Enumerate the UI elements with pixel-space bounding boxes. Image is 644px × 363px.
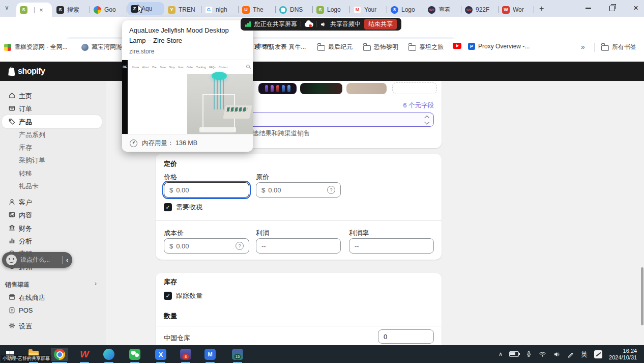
sidebar-item-customers[interactable]: 客户 bbox=[0, 196, 106, 209]
input-language-indicator[interactable]: 英 bbox=[581, 350, 588, 359]
tax-checkbox-row[interactable]: 需要收税 bbox=[164, 203, 202, 212]
wps-taskbar-button[interactable]: W bbox=[76, 348, 93, 361]
tray-expand-chevron-icon[interactable]: ∧ bbox=[499, 351, 503, 357]
sidebar-item-purchase-orders[interactable]: 采购订单 bbox=[0, 154, 106, 166]
media-thumbnail[interactable] bbox=[258, 83, 297, 94]
sidebar-item-analytics[interactable]: 分析 bbox=[0, 235, 106, 247]
collapse-widget-chevron-icon[interactable]: ‹ bbox=[66, 257, 68, 264]
tab-11[interactable]: 查看 bbox=[424, 3, 461, 17]
sidebar-item-settings[interactable]: 设置 bbox=[0, 320, 106, 332]
help-icon[interactable]: ? bbox=[236, 242, 244, 250]
volume-icon[interactable] bbox=[553, 351, 561, 358]
signal-bars-icon bbox=[245, 21, 251, 27]
tray-app-icon[interactable] bbox=[594, 350, 602, 358]
bookmark-item[interactable]: P Proxy Overview -... bbox=[468, 43, 530, 50]
tab-7[interactable]: DNS bbox=[276, 3, 313, 17]
site-preview-image: RE Home About Zire Store Shop Now Order … bbox=[122, 60, 253, 134]
tab-1[interactable]: 搜索 bbox=[53, 3, 90, 17]
checkbox-checked-icon[interactable] bbox=[164, 203, 172, 211]
shopify-logo[interactable]: shopify bbox=[7, 66, 45, 76]
chrome-taskbar-button[interactable] bbox=[51, 348, 68, 361]
meeting2-app-button[interactable]: 15 bbox=[229, 348, 246, 361]
bookmark-label: 雪糕资源网 - 全网... bbox=[14, 43, 68, 51]
sidebar-item-gift-cards[interactable]: 礼品卡 bbox=[0, 180, 106, 192]
tab-search-chevron-icon[interactable]: ∨ bbox=[5, 4, 9, 11]
folder-icon bbox=[601, 45, 609, 51]
bookmark-folder[interactable]: 最后纪元 bbox=[317, 43, 353, 51]
sidebar-item-online-store[interactable]: 在线商店 bbox=[0, 291, 106, 304]
sidebar-label: 在线商店 bbox=[19, 293, 45, 302]
tab-5[interactable]: nigh bbox=[201, 3, 239, 17]
microphone-icon[interactable] bbox=[525, 350, 532, 358]
quantity-input[interactable]: 0 bbox=[378, 329, 434, 344]
sidebar-item-finances[interactable]: 财务 bbox=[0, 222, 106, 235]
bookmark-label: Proxy Overview -... bbox=[478, 43, 530, 50]
taskbar-clock[interactable]: 16:24 2024/10/31 bbox=[609, 348, 637, 361]
sidebar-item-collections[interactable]: 产品系列 bbox=[0, 128, 106, 141]
tab-2[interactable]: Goo bbox=[90, 3, 127, 17]
meeting-icon: 8 bbox=[180, 349, 191, 360]
sidebar-item-content[interactable]: 内容 bbox=[0, 209, 106, 221]
sidebar-item-pos[interactable]: POS bbox=[0, 304, 106, 317]
wechat-taskbar-button[interactable] bbox=[126, 348, 143, 361]
bookmark-item[interactable]: 藏宝湾网游 bbox=[81, 43, 122, 51]
bookmarks-overflow-chevron[interactable]: » bbox=[581, 43, 585, 51]
bookmark-item[interactable] bbox=[453, 43, 461, 49]
price-input[interactable]: $ 0.00 bbox=[164, 182, 249, 198]
cloud-app-icon bbox=[305, 21, 312, 27]
chat-input[interactable]: 说点什么... bbox=[20, 256, 58, 264]
sidebar-item-home[interactable]: 主页 bbox=[0, 90, 106, 102]
page-scrollbar[interactable] bbox=[641, 267, 643, 325]
badge-count: 8 bbox=[183, 354, 189, 359]
metafields-link[interactable]: 6 个元字段 bbox=[403, 101, 434, 110]
assistant-chat-widget[interactable]: 说点什么... ‹ bbox=[2, 252, 72, 268]
voov-icon: M bbox=[204, 349, 216, 360]
profit-input[interactable]: -- bbox=[256, 238, 341, 254]
add-media-dropzone[interactable] bbox=[392, 82, 437, 94]
bookmark-item[interactable]: 雪糕资源网 - 全网... bbox=[4, 43, 68, 51]
wechat-icon bbox=[129, 349, 140, 360]
all-bookmarks-folder[interactable]: 所有书签 bbox=[601, 43, 636, 51]
bookmark-folder[interactable]: 泰坦之旅 bbox=[408, 43, 444, 51]
battery-icon[interactable] bbox=[509, 351, 519, 357]
channels-chevron-icon[interactable]: › bbox=[95, 280, 97, 287]
track-quantity-row[interactable]: 跟踪数量 bbox=[164, 291, 202, 300]
tab-9[interactable]: Your bbox=[350, 3, 387, 17]
tab-4[interactable]: TREN bbox=[164, 3, 201, 17]
sidebar-label: 转移 bbox=[19, 169, 32, 178]
sidebar-item-orders[interactable]: 订单 bbox=[0, 102, 106, 115]
media-thumbnail[interactable] bbox=[300, 83, 342, 94]
tab-10[interactable]: Logo bbox=[387, 3, 424, 17]
tab-close-icon[interactable]: × bbox=[39, 6, 43, 14]
voov-taskbar-button[interactable]: M bbox=[201, 348, 219, 361]
minimize-button[interactable] bbox=[580, 2, 596, 14]
bookmark-folder[interactable]: 恐怖黎明 bbox=[363, 43, 398, 51]
pen-icon[interactable] bbox=[567, 351, 574, 358]
tab-6[interactable]: The bbox=[239, 3, 276, 17]
tab-13[interactable]: Wor bbox=[499, 3, 534, 17]
tab-active[interactable]: | × bbox=[16, 3, 52, 17]
xunlei-taskbar-button[interactable]: X bbox=[152, 348, 169, 361]
help-icon[interactable]: ? bbox=[327, 186, 335, 194]
wifi-icon[interactable] bbox=[539, 351, 546, 357]
meeting-app-button[interactable]: 8 bbox=[177, 348, 194, 361]
tab-3-hovered[interactable]: Aqu bbox=[127, 2, 164, 15]
stop-sharing-button[interactable]: 结束共享 bbox=[364, 19, 397, 30]
restore-button[interactable] bbox=[604, 2, 620, 14]
tab-8[interactable]: Logo bbox=[313, 3, 350, 17]
sidebar-item-inventory[interactable]: 库存 bbox=[0, 141, 106, 154]
new-tab-button[interactable]: + bbox=[539, 4, 544, 13]
checkbox-checked-icon[interactable] bbox=[164, 292, 172, 300]
date: 2024/10/31 bbox=[609, 354, 637, 361]
compare-price-label: 原价 bbox=[256, 173, 269, 182]
margin-input[interactable]: -- bbox=[349, 238, 434, 254]
cost-input[interactable]: $ 0.00 ? bbox=[164, 238, 249, 254]
tab-12[interactable]: 922F bbox=[461, 3, 499, 17]
compare-price-input[interactable]: $ 0.00 ? bbox=[256, 182, 341, 198]
media-thumbnail[interactable] bbox=[346, 83, 387, 94]
sidebar-label: 库存 bbox=[19, 143, 32, 152]
close-button[interactable]: × bbox=[628, 2, 643, 14]
quark-taskbar-button[interactable] bbox=[100, 348, 118, 361]
sidebar-item-products[interactable]: 产品 bbox=[0, 116, 106, 128]
sidebar-item-transfers[interactable]: 转移 bbox=[0, 167, 106, 180]
